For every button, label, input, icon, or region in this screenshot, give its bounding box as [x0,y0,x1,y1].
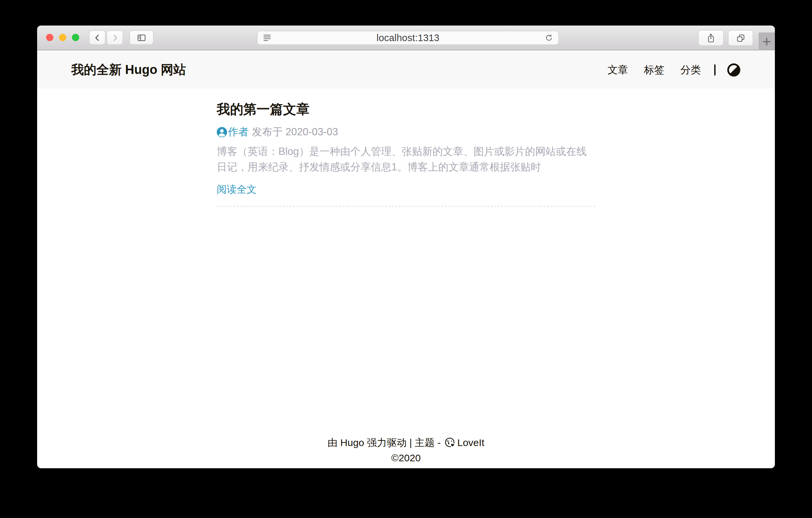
nav-divider [714,64,716,76]
post-divider [217,206,595,207]
forward-chevron-icon [111,33,119,42]
site-header: 我的全新 Hugo 网站 文章 标签 分类 [37,51,775,88]
share-button[interactable] [698,30,724,46]
theme-link[interactable]: LoveIt [457,437,485,448]
nav-item-posts[interactable]: 文章 [608,63,628,77]
post-summary-text: 博客（英语：Blog）是一种由个人管理、张贴新的文章、图片或影片的网站或在线日记… [217,144,595,175]
url-text[interactable]: localhost:1313 [271,32,545,44]
share-icon [706,33,715,43]
theme-toggle-icon[interactable] [727,63,741,77]
safari-window: localhost:1313 + 我的全新 Hugo 网站 [37,26,775,468]
reload-icon[interactable] [545,33,553,42]
back-button[interactable] [89,30,106,45]
forward-button[interactable] [107,30,123,45]
plus-icon: + [762,34,771,49]
page-content: 我的第一篇文章 作者 发布于 2020-03-03 博客（英语：Blog）是一种… [37,88,775,207]
read-more-link[interactable]: 阅读全文 [217,182,257,197]
minimize-button[interactable] [59,34,66,41]
desktop-background: localhost:1313 + 我的全新 Hugo 网站 [0,0,812,518]
reader-view-icon[interactable] [263,34,271,42]
footer-powered-line: 由 Hugo 强力驱动 | 主题 - LoveIt [37,435,775,451]
nav-item-categories[interactable]: 分类 [680,63,701,77]
close-button[interactable] [46,34,53,41]
new-tab-button[interactable]: + [759,32,775,50]
back-chevron-icon [93,33,102,42]
nav-item-tags[interactable]: 标签 [644,63,665,77]
author-link[interactable]: 作者 [228,125,249,139]
browser-toolbar: localhost:1313 + [37,26,775,50]
sidebar-icon [137,33,146,43]
post-title[interactable]: 我的第一篇文章 [217,100,595,118]
publish-date: 发布于 2020-03-03 [252,125,338,139]
powered-by-text: 由 Hugo 强力驱动 | 主题 - [328,437,441,448]
site-nav: 文章 标签 分类 [591,63,741,77]
tabs-overview-icon [736,33,745,43]
copyright-text: ©2020 [37,451,775,466]
show-all-tabs-button[interactable] [728,30,753,46]
kissing-face-icon [444,437,455,448]
sidebar-toggle-button[interactable] [129,30,153,45]
post-meta: 作者 发布于 2020-03-03 [217,126,595,138]
zoom-button[interactable] [72,34,79,41]
address-bar[interactable]: localhost:1313 [257,31,559,45]
author-avatar-icon [217,127,227,137]
post-summary-card: 我的第一篇文章 作者 发布于 2020-03-03 博客（英语：Blog）是一种… [217,100,595,207]
window-controls [46,34,79,41]
site-footer: 由 Hugo 强力驱动 | 主题 - LoveIt ©2020 [37,435,775,466]
site-title[interactable]: 我的全新 Hugo 网站 [71,61,186,78]
